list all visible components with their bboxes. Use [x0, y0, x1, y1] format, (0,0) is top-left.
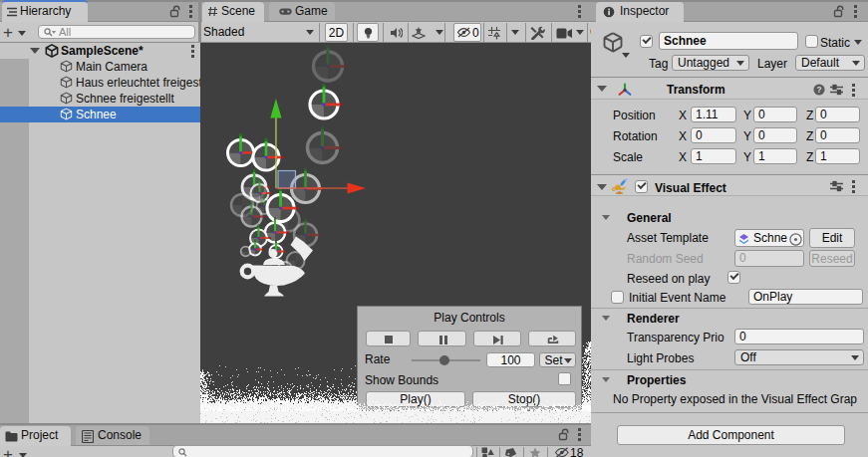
svg-text:?: ?: [816, 85, 821, 95]
